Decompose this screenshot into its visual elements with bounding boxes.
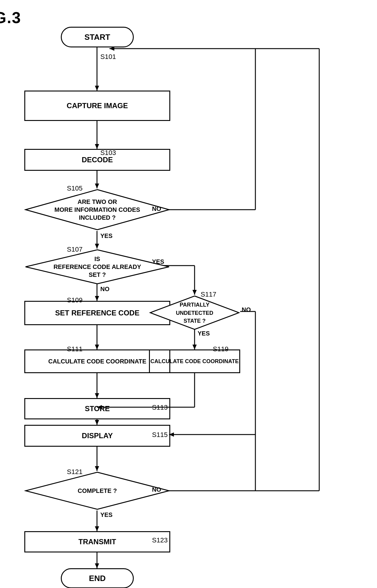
s105-yes-label: YES <box>100 232 112 239</box>
complete-no-label: NO <box>152 486 161 493</box>
complete-text: COMPLETE ? <box>78 487 117 495</box>
s117-no-label: NO <box>242 306 251 313</box>
svg-marker-20 <box>192 345 197 349</box>
reference-set-diamond: IS REFERENCE CODE ALREADY SET ? <box>24 249 170 285</box>
complete-diamond: COMPLETE ? <box>24 471 170 511</box>
svg-marker-7 <box>95 244 99 249</box>
svg-marker-1 <box>95 86 99 91</box>
svg-marker-5 <box>95 184 99 188</box>
svg-marker-16 <box>192 290 197 295</box>
svg-marker-3 <box>95 144 99 149</box>
svg-marker-13 <box>95 296 99 301</box>
step-s101: S101 <box>100 53 116 61</box>
calc-coord-right-node: CALCULATE CODE COORDINATE <box>149 349 240 373</box>
s117-yes-label: YES <box>198 330 210 337</box>
svg-marker-26 <box>95 393 99 398</box>
step-s115: S115 <box>152 431 168 439</box>
set-reference-node: SET REFERENCE CODE <box>24 301 170 325</box>
two-or-more-text: ARE TWO OR MORE INFORMATION CODES INCLUD… <box>54 198 140 222</box>
partially-undetected-text: PARTIALLY UNDETECTED STATE ? <box>176 301 213 325</box>
transmit-node: TRANSMIT <box>24 531 170 552</box>
decode-node: DECODE <box>24 149 170 171</box>
calc-coord-left-node: CALCULATE CODE COORDINATE <box>24 349 170 373</box>
display-node: DISPLAY <box>24 425 170 447</box>
complete-yes-label: YES <box>100 511 112 518</box>
flowchart-diagram: FIG.3 START S101 CAPTURE IMAGE S103 DECO… <box>0 0 377 588</box>
svg-marker-31 <box>95 420 99 425</box>
end-node: END <box>61 568 134 588</box>
step-s123: S123 <box>152 536 168 544</box>
s107-yes-label: YES <box>152 258 164 265</box>
svg-marker-39 <box>95 563 99 568</box>
figure-title: FIG.3 <box>0 9 188 27</box>
step-s113: S113 <box>152 404 168 411</box>
capture-image-node: CAPTURE IMAGE <box>24 91 170 121</box>
svg-marker-35 <box>95 526 99 531</box>
svg-marker-33 <box>95 466 99 471</box>
s107-no-label: NO <box>100 286 109 293</box>
svg-marker-18 <box>95 345 99 349</box>
two-or-more-diamond: ARE TWO OR MORE INFORMATION CODES INCLUD… <box>24 188 170 231</box>
reference-set-text: IS REFERENCE CODE ALREADY SET ? <box>54 255 141 279</box>
s105-no-label: NO <box>152 205 161 212</box>
store-node: STORE <box>24 398 170 419</box>
partially-undetected-diamond: PARTIALLY UNDETECTED STATE ? <box>149 295 240 331</box>
start-node: START <box>61 27 134 47</box>
